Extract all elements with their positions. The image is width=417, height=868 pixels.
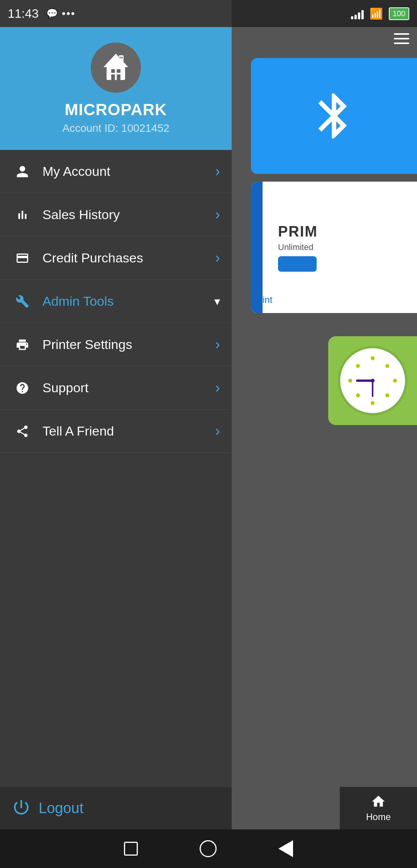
svg-rect-4 — [111, 75, 115, 80]
sidebar-item-printer-settings[interactable]: Printer Settings › — [0, 323, 232, 366]
sidebar-item-credit-purchases[interactable]: Credit Purchases › — [0, 237, 232, 280]
svg-rect-2 — [111, 69, 115, 73]
sidebar-item-support[interactable]: Support › — [0, 366, 232, 410]
my-account-label: My Account — [42, 164, 215, 179]
bluetooth-icon — [307, 89, 361, 143]
chevron-right-icon: › — [215, 423, 220, 439]
nav-home-button[interactable] — [200, 840, 217, 857]
hamburger-button[interactable] — [382, 27, 409, 50]
print-app-logo — [278, 256, 317, 272]
android-nav-bar — [0, 829, 417, 868]
svg-rect-5 — [117, 75, 120, 80]
chevron-right-icon: › — [215, 206, 220, 223]
sidebar-item-sales-history[interactable]: Sales History › — [0, 193, 232, 237]
svg-rect-0 — [107, 66, 125, 80]
print-card-subtitle: Unlimited — [278, 242, 405, 252]
sidebar-header: MICROPARK Account ID: 10021452 — [0, 27, 232, 150]
svg-point-13 — [371, 401, 375, 405]
svg-point-14 — [356, 393, 360, 397]
sidebar-item-admin-tools[interactable]: Admin Tools ▾ — [0, 280, 232, 323]
account-id: Account ID: 10021452 — [62, 122, 169, 134]
svg-rect-6 — [119, 55, 124, 63]
dots-icon: ••• — [62, 7, 75, 20]
hamburger-line — [394, 43, 409, 44]
svg-point-19 — [371, 379, 375, 383]
chevron-right-icon: › — [215, 163, 220, 180]
status-time: 11:43 — [8, 7, 39, 21]
right-panel-background: PRIM Unlimited int — [232, 27, 417, 829]
clock-app-card — [328, 336, 417, 425]
tell-a-friend-label: Tell A Friend — [42, 424, 215, 439]
svg-point-9 — [371, 356, 375, 360]
clock-svg — [346, 354, 400, 408]
app-logo-icon — [100, 52, 131, 83]
logout-button[interactable]: Logout — [0, 787, 232, 829]
sidebar-item-tell-a-friend[interactable]: Tell A Friend › — [0, 410, 232, 453]
home-icon — [371, 794, 386, 809]
sidebar-item-my-account[interactable]: My Account › — [0, 150, 232, 193]
bluetooth-card — [251, 58, 417, 174]
person-icon — [12, 161, 33, 182]
tools-icon — [12, 291, 33, 312]
admin-tools-label: Admin Tools — [42, 294, 214, 309]
svg-point-11 — [393, 379, 397, 383]
print-card-text: PRIM Unlimited — [278, 223, 405, 252]
svg-point-12 — [385, 393, 389, 397]
signal-icon — [351, 8, 364, 19]
sales-history-label: Sales History — [42, 207, 215, 222]
chevron-right-icon: › — [215, 250, 220, 266]
avatar — [91, 43, 141, 93]
svg-rect-7 — [120, 57, 121, 58]
print-int-label: int — [263, 294, 272, 305]
chevron-down-icon: ▾ — [214, 294, 220, 308]
status-bar: 11:43 💬 ••• — [0, 0, 232, 27]
menu-list: My Account › Sales History › Credit Purc… — [0, 150, 232, 829]
chevron-right-icon: › — [215, 380, 220, 396]
sidebar-drawer: MICROPARK Account ID: 10021452 My Accoun… — [0, 27, 232, 829]
chevron-right-icon: › — [215, 336, 220, 353]
clock-face — [338, 346, 407, 415]
svg-point-15 — [348, 379, 352, 383]
hamburger-line — [394, 38, 409, 39]
home-button[interactable]: Home — [340, 787, 417, 829]
credit-purchases-label: Credit Purchases — [42, 250, 215, 266]
nav-recents-button[interactable] — [124, 842, 138, 856]
hamburger-line — [394, 33, 409, 35]
printer-icon — [12, 334, 33, 355]
credit-card-icon — [12, 247, 33, 269]
share-icon — [12, 420, 33, 442]
svg-marker-1 — [103, 54, 128, 67]
status-icons: 💬 ••• — [46, 7, 75, 20]
svg-rect-8 — [121, 57, 122, 58]
print-card-title: PRIM — [278, 223, 405, 240]
help-icon — [12, 377, 33, 398]
wifi-icon: 📶 — [370, 7, 383, 20]
printer-settings-label: Printer Settings — [42, 337, 215, 352]
home-button-label: Home — [366, 812, 391, 822]
svg-point-10 — [385, 364, 389, 368]
power-icon — [12, 798, 31, 819]
status-bar-right: 📶 100 — [232, 0, 417, 27]
print-app-card: PRIM Unlimited int — [251, 182, 417, 313]
bar-chart-icon — [12, 204, 33, 225]
battery-indicator: 100 — [389, 7, 409, 20]
logout-label: Logout — [39, 800, 83, 817]
support-label: Support — [42, 380, 215, 395]
svg-rect-3 — [117, 69, 120, 73]
card-accent-bar — [251, 182, 263, 313]
nav-back-button[interactable] — [278, 840, 293, 857]
app-name: MICROPARK — [65, 100, 167, 119]
message-icon: 💬 — [46, 8, 58, 19]
svg-point-16 — [356, 364, 360, 368]
